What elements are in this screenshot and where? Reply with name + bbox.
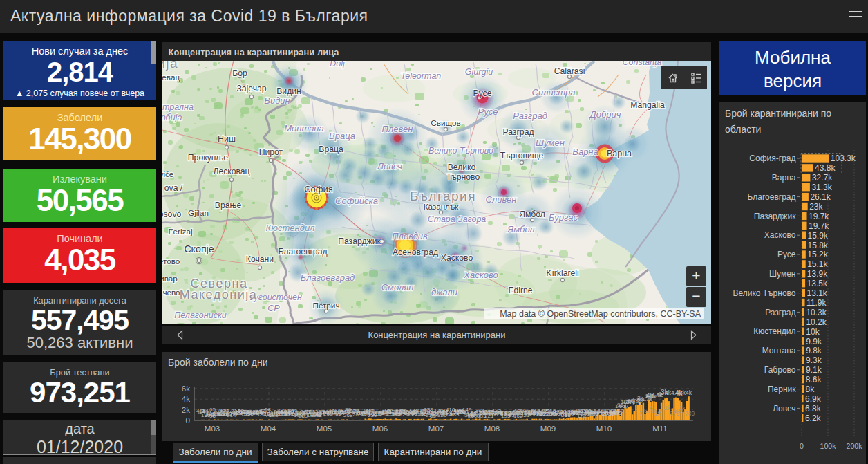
svg-text:2: 2 — [387, 408, 390, 414]
svg-text:Благоевград: Благоевград — [278, 247, 327, 257]
svg-text:M09: M09 — [540, 425, 556, 433]
svg-text:области: области — [725, 124, 761, 135]
svg-text:Хасково: Хасково — [764, 230, 796, 240]
svg-text:Шумен: Шумен — [769, 269, 795, 279]
svg-text:Ямбол: Ямбол — [507, 224, 535, 234]
svg-text:Constanța: Constanța — [623, 61, 662, 67]
svg-text:Ferizaj: Ferizaj — [168, 227, 192, 236]
svg-text:Брой заболели по дни: Брой заболели по дни — [168, 357, 268, 368]
svg-text:osovo: osovo — [162, 210, 181, 219]
svg-text:Велико Търново: Велико Търново — [733, 288, 795, 298]
svg-text:6.2k: 6.2k — [805, 414, 822, 423]
svg-text:6.9k: 6.9k — [805, 394, 822, 404]
svg-text:Велико: Велико — [448, 163, 476, 172]
svg-text:Видин: Видин — [264, 95, 290, 106]
svg-text:9.9k: 9.9k — [806, 337, 822, 346]
svg-text:Плевен: Плевен — [382, 124, 413, 134]
svg-text:Монтана: Монтана — [762, 346, 796, 355]
svg-text:M04: M04 — [261, 425, 276, 433]
svg-text:6: 6 — [650, 405, 653, 411]
svg-text:рбија: рбија — [162, 113, 182, 122]
svg-text:Видин: Видин — [276, 86, 301, 96]
svg-text:9.1k: 9.1k — [806, 365, 822, 375]
svg-text:15.8k: 15.8k — [808, 241, 829, 250]
svg-text:Асеновград: Асеновград — [393, 248, 438, 257]
svg-text:Габрово: Габрово — [764, 365, 796, 375]
svg-text:Врање: Врање — [215, 201, 242, 210]
svg-text:джали: джали — [431, 287, 457, 297]
svg-text:Зајечар: Зајечар — [236, 84, 266, 93]
svg-text:M07: M07 — [428, 425, 444, 433]
svg-text:нтрална: нтрална — [162, 102, 194, 112]
svg-text:13.9k: 13.9k — [807, 269, 828, 279]
svg-text:4k: 4k — [686, 389, 692, 396]
svg-text:26.1k: 26.1k — [810, 192, 831, 202]
svg-text:9.3k: 9.3k — [806, 355, 822, 365]
svg-text:София-град: София-град — [749, 154, 795, 163]
svg-text:Варна: Варна — [607, 149, 632, 158]
svg-text:15.1k: 15.1k — [807, 259, 828, 269]
svg-text:бија: бија — [162, 61, 178, 71]
svg-text:Враца: Враца — [319, 145, 343, 154]
svg-text:8k: 8k — [806, 384, 815, 394]
svg-text:Teleorman: Teleorman — [401, 71, 442, 81]
svg-text:19.7k: 19.7k — [809, 212, 829, 221]
svg-text:Лесковац: Лесковац — [213, 167, 249, 176]
svg-text:Прокупље: Прокупље — [188, 153, 229, 163]
svg-text:България: България — [410, 189, 476, 203]
svg-text:Бор: Бор — [232, 68, 247, 78]
svg-text:M11: M11 — [652, 425, 668, 433]
svg-text:Търново: Търново — [446, 172, 480, 182]
svg-text:7: 7 — [659, 407, 663, 414]
svg-text:6.8k: 6.8k — [805, 404, 822, 414]
svg-text:10.2k: 10.2k — [806, 317, 827, 327]
svg-text:Македонија: Македонија — [180, 288, 257, 301]
svg-text:15.2k: 15.2k — [807, 250, 828, 259]
svg-text:0: 0 — [800, 442, 804, 450]
svg-text:M10: M10 — [596, 425, 612, 433]
svg-text:Петрич: Петрич — [313, 301, 340, 310]
svg-text:чево: чево — [162, 288, 180, 297]
svg-text:103.3k: 103.3k — [831, 154, 856, 163]
svg-text:Враца: Враца — [329, 131, 355, 141]
svg-text:Разград: Разград — [513, 111, 547, 121]
svg-text:Велико Търново: Велико Търново — [428, 146, 493, 156]
svg-text:10.3k: 10.3k — [806, 308, 827, 317]
svg-text:ујевац: ујевац — [162, 73, 180, 82]
svg-text:Пирот: Пирот — [259, 147, 283, 157]
svg-text:Пловдив: Пловдив — [392, 231, 428, 241]
svg-text:Хасково: Хасково — [463, 270, 498, 280]
svg-text:100k: 100k — [820, 442, 837, 450]
svg-text:M03: M03 — [205, 425, 220, 433]
svg-text:СР: СР — [267, 304, 280, 313]
svg-text:8.6k: 8.6k — [806, 375, 822, 384]
svg-text:M05: M05 — [317, 425, 332, 433]
svg-text:13.5k: 13.5k — [807, 279, 828, 288]
svg-text:Сливен: Сливен — [486, 194, 517, 205]
svg-text:1.5k: 1.5k — [632, 400, 643, 407]
svg-text:7: 7 — [639, 410, 643, 417]
svg-text:43.8k: 43.8k — [815, 163, 836, 173]
svg-text:Разград: Разград — [765, 308, 795, 317]
svg-text:Пелагониски: Пелагониски — [174, 310, 227, 320]
svg-text:Разград: Разград — [502, 127, 534, 137]
svg-text:4k: 4k — [182, 395, 190, 403]
svg-text:Благоевград: Благоевград — [301, 272, 355, 283]
svg-text:Edirne: Edirne — [508, 286, 532, 295]
svg-text:Силистра: Силистра — [532, 87, 576, 98]
svg-text:200k: 200k — [847, 442, 863, 450]
svg-text:Ниш: Ниш — [218, 134, 236, 144]
svg-text:Свищов: Свищов — [431, 118, 460, 127]
svg-text:Благоевград: Благоевград — [748, 192, 796, 202]
svg-text:Бургас: Бургас — [549, 212, 578, 223]
svg-text:2k: 2k — [182, 406, 190, 414]
svg-text:Русе: Русе — [473, 89, 492, 98]
svg-text:етово: етово — [162, 257, 180, 266]
svg-text:10k: 10k — [806, 327, 820, 337]
svg-text:M06: M06 — [372, 425, 388, 433]
svg-text:Gjilan: Gjilan — [188, 208, 209, 217]
svg-text:Търговище: Търговище — [500, 151, 544, 160]
svg-text:Скопје: Скопје — [184, 243, 214, 254]
svg-text:Варна: Варна — [772, 173, 796, 183]
svg-text:11.9k: 11.9k — [806, 298, 827, 308]
